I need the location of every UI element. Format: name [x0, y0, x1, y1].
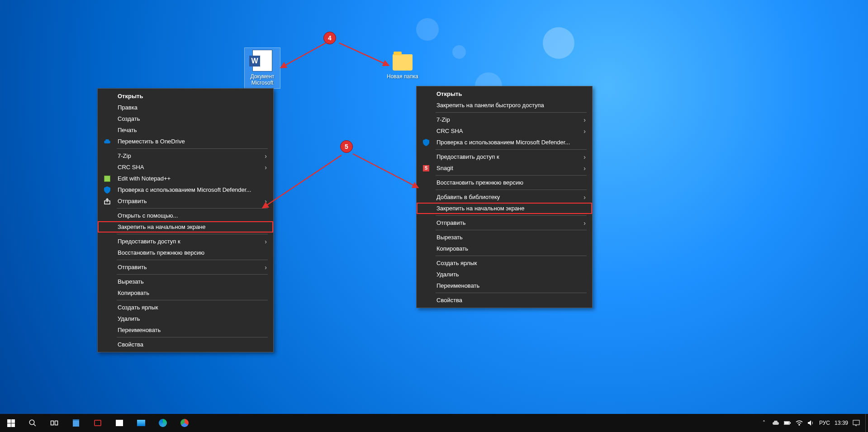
- taskbar-pin-mail[interactable]: [130, 414, 152, 432]
- menu-item[interactable]: Свойства: [417, 294, 592, 306]
- menu-item[interactable]: Открыть: [98, 90, 273, 102]
- menu-separator: [117, 274, 268, 275]
- menu-item[interactable]: Копировать: [417, 243, 592, 254]
- show-desktop-button[interactable]: [865, 414, 868, 432]
- svg-rect-13: [853, 420, 859, 425]
- menu-item[interactable]: SSnagit›: [417, 162, 592, 174]
- wifi-icon[interactable]: [796, 419, 803, 427]
- menu-item[interactable]: Добавить в библиотеку›: [417, 191, 592, 203]
- onedrive-tray-icon[interactable]: [772, 419, 779, 427]
- menu-item[interactable]: Удалить: [98, 313, 273, 324]
- menu-item[interactable]: Предоставить доступ к›: [417, 151, 592, 162]
- svg-line-2: [262, 155, 342, 208]
- explorer-icon: [73, 419, 79, 427]
- menu-item[interactable]: CRC SHA›: [417, 125, 592, 137]
- chevron-up-icon[interactable]: ˄: [760, 419, 768, 427]
- search-button[interactable]: [22, 414, 43, 432]
- menu-item[interactable]: Edit with Notepad++: [98, 173, 273, 184]
- chevron-right-icon: ›: [583, 194, 586, 201]
- battery-icon[interactable]: [784, 419, 791, 427]
- desktop-icon-word[interactable]: Документ Microsoft: [244, 47, 280, 89]
- menu-item[interactable]: CRC SHA›: [98, 161, 273, 173]
- volume-icon[interactable]: [807, 419, 815, 427]
- menu-item-label: Добавить в библиотеку: [436, 194, 500, 200]
- menu-item[interactable]: Создать ярлык: [417, 257, 592, 269]
- menu-item[interactable]: Вырезать: [98, 276, 273, 287]
- menu-separator: [436, 149, 587, 150]
- taskbar-pin-explorer[interactable]: [65, 414, 87, 432]
- menu-item[interactable]: Переместить в OneDrive: [98, 136, 273, 147]
- menu-item-label: Переместить в OneDrive: [118, 138, 185, 145]
- annotation-callout-5: 5: [340, 140, 353, 153]
- menu-item[interactable]: Копировать: [98, 287, 273, 299]
- menu-item[interactable]: Проверка с использованием Microsoft Defe…: [417, 137, 592, 148]
- menu-item[interactable]: Переименовать: [98, 324, 273, 336]
- menu-separator: [117, 300, 268, 300]
- menu-item[interactable]: Восстановить прежнюю версию: [417, 177, 592, 188]
- menu-item[interactable]: Открыть с помощью...: [98, 210, 273, 221]
- menu-item[interactable]: Отправить›: [417, 217, 592, 228]
- menu-item-label: Удалить: [436, 271, 459, 278]
- menu-item[interactable]: 7-Zip›: [417, 114, 592, 125]
- language-indicator[interactable]: РУС: [819, 420, 830, 426]
- menu-item-label: Копировать: [436, 245, 468, 252]
- menu-item[interactable]: Удалить: [417, 269, 592, 280]
- svg-rect-8: [55, 421, 58, 425]
- menu-item[interactable]: Создать: [98, 113, 273, 124]
- taskbar-pin-snip[interactable]: [87, 414, 109, 432]
- menu-item-label: Удалить: [118, 315, 140, 322]
- svg-line-6: [33, 424, 36, 426]
- menu-item[interactable]: Предоставить доступ к›: [98, 236, 273, 247]
- system-tray[interactable]: ˄ РУС 13:39: [756, 419, 864, 427]
- menu-item-label: Открыть: [436, 90, 462, 97]
- taskbar-pin-edge[interactable]: [152, 414, 174, 432]
- menu-item-label: Отправить: [118, 264, 147, 271]
- svg-rect-11: [784, 422, 789, 424]
- menu-item-label: Snagit: [436, 165, 453, 171]
- menu-item-label: Вырезать: [118, 278, 144, 285]
- menu-item[interactable]: Правка: [98, 102, 273, 113]
- menu-item[interactable]: Вырезать: [417, 232, 592, 243]
- menu-item[interactable]: Отправить›: [98, 261, 273, 273]
- svg-point-5: [29, 420, 34, 425]
- desktop-icon-folder[interactable]: Новая папка: [384, 50, 421, 80]
- menu-item[interactable]: Проверка с использованием Microsoft Defe…: [98, 184, 273, 195]
- menu-separator: [117, 234, 268, 234]
- menu-item-label: 7-Zip: [118, 152, 131, 159]
- menu-item[interactable]: Отправить›: [98, 195, 273, 207]
- task-view-button[interactable]: [43, 414, 65, 432]
- menu-separator: [117, 260, 268, 260]
- menu-item-label: Закрепить на начальном экране: [436, 205, 525, 212]
- taskbar-pin-chrome[interactable]: [174, 414, 195, 432]
- menu-separator: [436, 215, 587, 216]
- menu-item[interactable]: Свойства: [98, 339, 273, 350]
- menu-item-label: Создать ярлык: [436, 260, 477, 266]
- menu-item[interactable]: Открыть: [417, 88, 592, 100]
- desktop[interactable]: Документ Microsoft Новая папка 4 5 Откры…: [0, 0, 868, 432]
- word-document-icon: [251, 50, 273, 71]
- menu-item-label: Создать: [118, 115, 140, 122]
- menu-item[interactable]: Закрепить на панели быстрого доступа: [417, 100, 592, 111]
- menu-item[interactable]: Закрепить на начальном экране: [98, 221, 273, 233]
- menu-item[interactable]: Восстановить прежнюю версию: [98, 247, 273, 258]
- svg-line-0: [280, 43, 326, 68]
- menu-item-label: Свойства: [118, 341, 143, 348]
- clock[interactable]: 13:39: [835, 420, 848, 426]
- chevron-right-icon: ›: [583, 116, 586, 123]
- menu-item[interactable]: Закрепить на начальном экране: [417, 203, 592, 214]
- menu-item[interactable]: 7-Zip›: [98, 150, 273, 161]
- menu-item[interactable]: Печать: [98, 124, 273, 136]
- menu-item-label: Переименовать: [118, 327, 161, 333]
- chrome-icon: [180, 419, 189, 427]
- taskbar-pin-store[interactable]: [109, 414, 130, 432]
- menu-separator: [436, 175, 587, 176]
- menu-item[interactable]: Переименовать: [417, 280, 592, 291]
- start-button[interactable]: [0, 414, 22, 432]
- menu-item-label: Закрепить на начальном экране: [118, 223, 206, 230]
- notifications-icon[interactable]: [853, 419, 860, 427]
- menu-item-label: 7-Zip: [436, 116, 450, 123]
- menu-item[interactable]: Создать ярлык: [98, 302, 273, 313]
- menu-item-label: Предоставить доступ к: [118, 238, 180, 245]
- edge-icon: [159, 419, 167, 427]
- taskbar: ˄ РУС 13:39: [0, 414, 868, 432]
